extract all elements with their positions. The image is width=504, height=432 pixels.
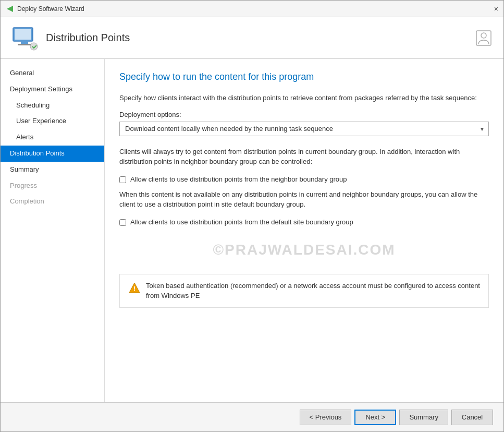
svg-rect-3	[21, 41, 28, 44]
sidebar-item-progress: Progress	[1, 178, 104, 194]
default-site-boundary-label[interactable]: Allow clients to use distribution points…	[130, 218, 353, 226]
svg-point-7	[481, 33, 486, 38]
titlebar: Deploy Software Wizard ×	[1, 1, 503, 17]
deployment-options-dropdown[interactable]: Download content locally when needed by …	[119, 122, 489, 136]
user-icon	[474, 29, 493, 47]
previous-button[interactable]: < Previous	[300, 410, 352, 425]
boundary-text: Clients will always try to get content f…	[119, 147, 489, 167]
header-left: Distribution Points	[11, 25, 130, 52]
cancel-button[interactable]: Cancel	[451, 410, 493, 425]
neighbor-boundary-label[interactable]: Allow clients to use distribution points…	[130, 175, 347, 183]
sidebar: General Deployment Settings Scheduling U…	[1, 59, 105, 402]
default-site-boundary-checkbox[interactable]	[119, 219, 126, 226]
svg-point-5	[30, 43, 38, 50]
checkbox-row-2: Allow clients to use distribution points…	[119, 218, 489, 226]
svg-rect-4	[18, 44, 31, 45]
footer: < Previous Next > Summary Cancel	[1, 402, 503, 431]
svg-rect-2	[15, 29, 31, 40]
neighbor-boundary-checkbox[interactable]	[119, 176, 126, 183]
warning-message: Token based authentication (recommended)…	[146, 281, 480, 301]
sidebar-item-user-experience[interactable]: User Experience	[1, 113, 104, 129]
sidebar-item-general[interactable]: General	[1, 65, 104, 81]
header: Distribution Points	[1, 17, 503, 59]
next-button[interactable]: Next >	[354, 410, 396, 425]
header-title: Distribution Points	[46, 32, 130, 44]
sidebar-item-scheduling[interactable]: Scheduling	[1, 98, 104, 114]
main-panel: Specify how to run the content for this …	[105, 59, 503, 402]
titlebar-left: Deploy Software Wizard	[6, 5, 84, 13]
sidebar-item-completion: Completion	[1, 194, 104, 210]
content-area: General Deployment Settings Scheduling U…	[1, 59, 503, 402]
svg-text:!: !	[133, 285, 136, 293]
section-title: Specify how to run the content for this …	[119, 71, 489, 82]
deploy-icon	[6, 5, 14, 13]
description-text: Specify how clients interact with the di…	[119, 93, 489, 103]
dropdown-container: Download content locally when needed by …	[119, 122, 489, 136]
titlebar-title: Deploy Software Wizard	[17, 5, 84, 13]
checkbox-row-1: Allow clients to use distribution points…	[119, 175, 489, 183]
sidebar-item-distribution-points[interactable]: Distribution Points	[1, 146, 104, 162]
computer-icon	[11, 25, 38, 52]
warning-box: ! Token based authentication (recommende…	[119, 274, 489, 308]
deployment-options-label: Deployment options:	[119, 111, 489, 118]
close-button[interactable]: ×	[494, 5, 498, 13]
sidebar-item-deployment-settings[interactable]: Deployment Settings	[1, 81, 104, 98]
wizard-window: Deploy Software Wizard × Distribution Po…	[0, 0, 504, 432]
site-boundary-description: When this content is not available on an…	[119, 189, 489, 210]
sidebar-item-summary[interactable]: Summary	[1, 162, 104, 178]
svg-marker-0	[7, 6, 13, 12]
summary-button[interactable]: Summary	[399, 410, 448, 425]
sidebar-item-alerts[interactable]: Alerts	[1, 129, 104, 146]
watermark: ©PRAJWALDESAI.COM	[119, 242, 489, 258]
warning-icon: !	[128, 282, 141, 294]
